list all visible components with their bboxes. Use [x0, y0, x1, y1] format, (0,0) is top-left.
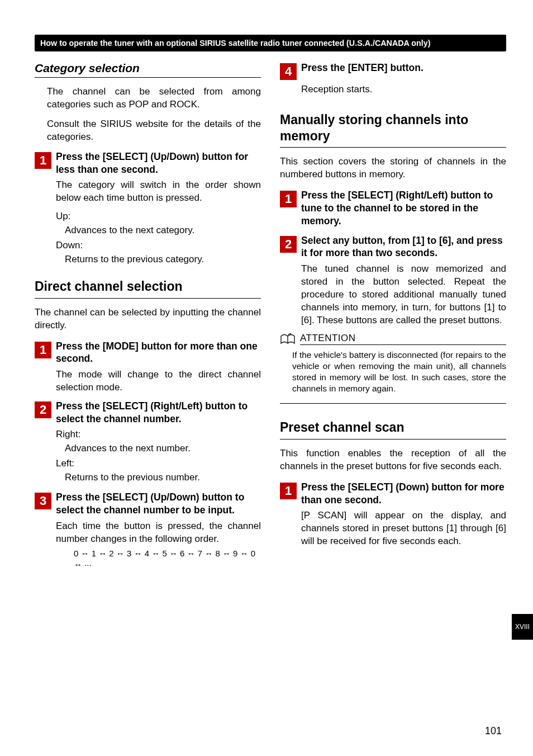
paragraph: This function enables the reception of a… — [280, 447, 506, 473]
step-title: Press the [ENTER] button. — [301, 62, 506, 74]
direction-text: Advances to the next category. — [65, 224, 261, 237]
step-1: 1 Press the [SELECT] (Down) button for m… — [280, 481, 506, 507]
rule — [35, 77, 261, 78]
step-title: Select any button, from [1] to [6], and … — [301, 234, 506, 260]
heading-preset-scan: Preset channel scan — [280, 419, 506, 436]
step-title: Press the [SELECT] (Right/Left) button t… — [301, 189, 506, 227]
step-body: Each time the button is pressed, the cha… — [56, 520, 261, 546]
rule — [280, 439, 506, 440]
step-number-badge: 1 — [35, 342, 51, 358]
step-number-badge: 1 — [280, 483, 297, 499]
step-body: The tuned channel is now memorized and s… — [301, 263, 506, 327]
step-number-badge: 2 — [280, 236, 297, 253]
paragraph: The channel can be selected by inputting… — [35, 306, 261, 332]
right-column: 4 Press the [ENTER] button. Reception st… — [280, 62, 506, 570]
step-2: 2 Select any button, from [1] to [6], an… — [280, 234, 506, 260]
step-1: 1 Press the [MODE] button for more than … — [35, 340, 261, 366]
step-title: Press the [SELECT] (Up/Down) button for … — [56, 150, 261, 176]
step-number-badge: 2 — [35, 401, 51, 418]
step-number-badge: 1 — [280, 191, 297, 207]
direction-label: Right: — [56, 428, 261, 441]
heading-manual-store: Manually storing channels into memory — [280, 112, 506, 144]
step-body: [P SCAN] will appear on the display, and… — [301, 509, 506, 548]
direction-label: Up: — [56, 210, 261, 223]
two-column-layout: Category selection The channel can be se… — [35, 62, 506, 570]
book-icon — [280, 333, 296, 345]
step-4: 4 Press the [ENTER] button. — [280, 62, 506, 80]
rule — [35, 298, 261, 299]
rule — [280, 147, 506, 148]
direction-label: Left: — [56, 457, 261, 470]
step-title: Press the [MODE] button for more than on… — [56, 340, 261, 366]
step-number-badge: 4 — [280, 63, 297, 80]
step-number-badge: 1 — [35, 152, 51, 169]
step-title: Press the [SELECT] (Up/Down) button to s… — [56, 491, 261, 517]
direction-text: Advances to the next number. — [65, 442, 261, 455]
step-1: 1 Press the [SELECT] (Up/Down) button fo… — [35, 150, 261, 176]
attention-label: ATTENTION — [300, 333, 506, 345]
step-number-badge: 3 — [35, 493, 51, 509]
direction-label: Down: — [56, 239, 261, 252]
direction-text: Returns to the previous number. — [65, 471, 261, 484]
heading-direct-channel: Direct channel selection — [35, 278, 261, 295]
page-number: 101 — [485, 725, 502, 737]
step-3: 3 Press the [SELECT] (Up/Down) button to… — [35, 491, 261, 517]
step-title: Press the [SELECT] (Right/Left) button t… — [56, 400, 261, 426]
step-2: 2 Press the [SELECT] (Right/Left) button… — [35, 400, 261, 426]
chapter-tab: XVIII — [512, 614, 533, 640]
attention-body: If the vehicle's battery is disconnected… — [292, 349, 506, 395]
left-column: Category selection The channel can be se… — [35, 62, 261, 570]
paragraph: The channel can be selected from among c… — [47, 86, 261, 111]
step-1: 1 Press the [SELECT] (Right/Left) button… — [280, 189, 506, 227]
paragraph: Consult the SIRIUS website for the detai… — [47, 118, 261, 144]
section-header-bar: How to operate the tuner with an optiona… — [35, 35, 506, 51]
step-title: Press the [SELECT] (Down) button for mor… — [301, 481, 506, 507]
step-body: The mode will change to the direct chann… — [56, 368, 261, 394]
heading-category-selection: Category selection — [35, 62, 261, 75]
step-body: Reception starts. — [301, 83, 506, 96]
paragraph: This section covers the storing of chann… — [280, 155, 506, 181]
direction-text: Returns to the previous category. — [65, 253, 261, 266]
step-body: The category will switch in the order sh… — [56, 179, 261, 205]
number-sequence: 0 ↔ 1 ↔ 2 ↔ 3 ↔ 4 ↔ 5 ↔ 6 ↔ 7 ↔ 8 ↔ 9 ↔ … — [74, 548, 261, 571]
attention-heading: ATTENTION — [280, 333, 506, 345]
